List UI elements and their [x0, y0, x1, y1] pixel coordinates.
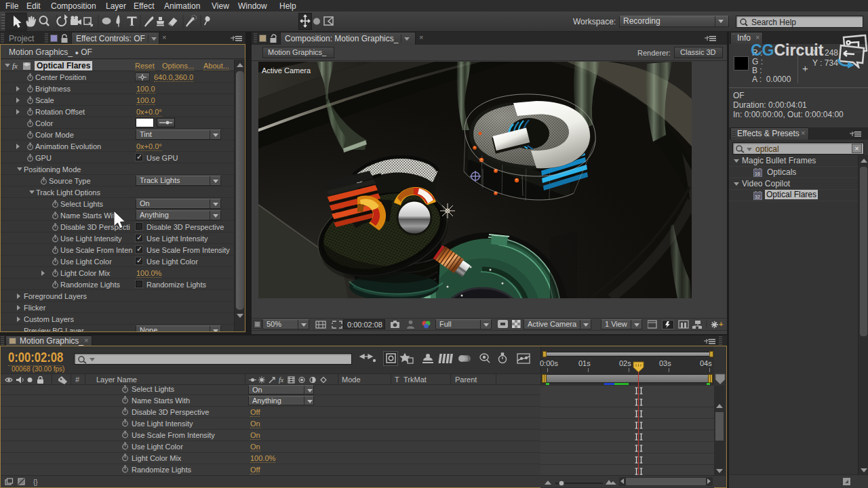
svg-text:fx: fx: [279, 376, 284, 384]
svg-text:{}: {}: [33, 479, 38, 486]
svg-text:Active Camera: Active Camera: [262, 66, 311, 75]
svg-text:fx: fx: [12, 62, 18, 70]
